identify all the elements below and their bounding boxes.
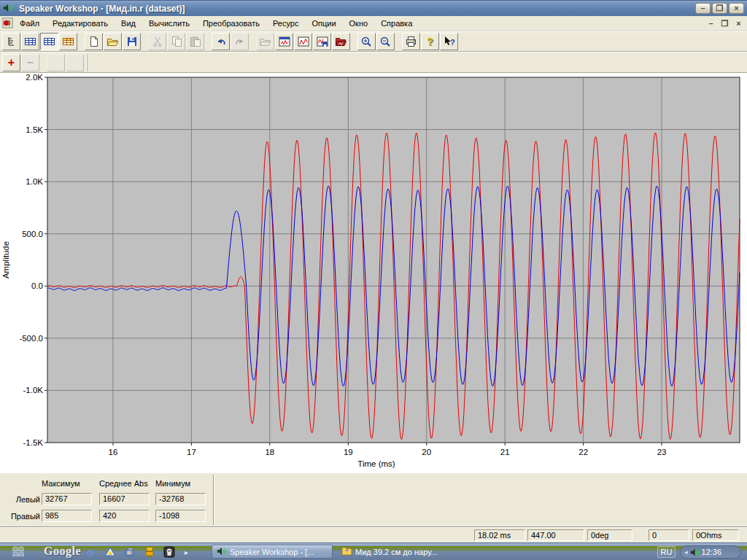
y-tick-label: 1.0K xyxy=(26,177,43,186)
status-marker: 0 xyxy=(649,529,689,541)
y-axis-title: Amplitude xyxy=(1,241,10,279)
task-label: Мид 39.2 см до нару... xyxy=(355,548,438,556)
title-bar: Speaker Workshop - [Мид.in.r (dataset)] … xyxy=(0,0,747,16)
mdi-child-icon[interactable] xyxy=(2,18,13,30)
mdi-close-button[interactable]: × xyxy=(732,18,745,28)
stats-cell-Левый-1[interactable]: 16607 xyxy=(99,493,150,505)
x-tick-label: 22 xyxy=(578,448,588,456)
status-bar: 18.02 ms447.000deg00Ohms xyxy=(0,526,747,542)
mdi-minimize-button[interactable]: – xyxy=(705,18,717,28)
menu-справка[interactable]: Справка xyxy=(374,17,419,30)
status-cursor-time: 18.02 ms xyxy=(474,529,525,541)
x-tick-label: 16 xyxy=(109,448,118,456)
stats-cell-Правый-1[interactable]: 420 xyxy=(99,510,150,522)
zoom-out-button[interactable] xyxy=(376,33,395,50)
robot-app-icon[interactable] xyxy=(144,546,155,558)
stats-cell-Левый-2[interactable]: -32768 xyxy=(155,493,206,505)
stats-panel-divider xyxy=(213,475,214,525)
restore-button[interactable]: ❐ xyxy=(712,3,727,14)
y-tick-label: -500.0 xyxy=(19,334,43,343)
waveform-plot: 2.0K1.5K1.0K500.00.0-500.0-1.0K-1.5K1617… xyxy=(0,73,747,472)
window-title: Speaker Workshop - [Мид.in.r (dataset)] xyxy=(19,4,694,14)
paste-button xyxy=(186,33,204,50)
redo-button xyxy=(231,33,249,50)
x-tick-label: 19 xyxy=(344,448,353,456)
minimize-button[interactable]: – xyxy=(695,3,711,14)
context-help-button[interactable]: ? xyxy=(440,33,458,50)
blank-2-button xyxy=(66,54,84,71)
remove-marker-button: − xyxy=(21,54,39,71)
menu-преобразовать[interactable]: Преобразовать xyxy=(196,17,266,30)
menu-файл[interactable]: Файл xyxy=(13,17,46,30)
google-deskbar[interactable]: Google xyxy=(44,545,81,558)
mdi-restore-button[interactable]: ❐ xyxy=(719,18,731,28)
close-button[interactable]: × xyxy=(729,3,744,14)
tray-expand-icon[interactable]: ◂ xyxy=(684,548,688,556)
menu-вид[interactable]: Вид xyxy=(115,17,142,30)
mdi-window-controls: – ❐ × xyxy=(703,18,745,28)
menu-ресурс[interactable]: Ресурс xyxy=(266,17,305,30)
language-indicator[interactable]: RU xyxy=(657,546,676,558)
status-phase: 0deg xyxy=(587,529,632,541)
clock[interactable]: 12:36 xyxy=(702,548,722,556)
messenger-app-icon[interactable] xyxy=(124,546,136,558)
y-tick-label: -1.5K xyxy=(23,438,44,447)
new-document-button[interactable] xyxy=(85,33,103,50)
x-tick-label: 18 xyxy=(265,448,274,456)
help-button[interactable]: ? xyxy=(421,33,439,50)
stats-header-1: Среднее Abs xyxy=(99,479,148,488)
chart-export-button[interactable] xyxy=(332,33,350,50)
delta-app-icon[interactable] xyxy=(104,546,116,558)
menu-bar: ФайлРедактироватьВидВычислитьПреобразова… xyxy=(0,16,747,31)
save-button[interactable] xyxy=(123,33,141,50)
properties-view-button[interactable] xyxy=(59,33,77,50)
stats-cell-Правый-0[interactable]: 985 xyxy=(42,510,92,522)
menu-вычислить[interactable]: Вычислить xyxy=(142,17,196,30)
task-button-0[interactable]: Speaker Workshop - [... xyxy=(212,545,333,559)
chart-save-button[interactable] xyxy=(313,33,331,50)
stats-cell-Правый-2[interactable]: -1098 xyxy=(155,510,206,522)
x-tick-label: 17 xyxy=(187,448,196,456)
stats-cell-Левый-0[interactable]: 32767 xyxy=(42,493,92,505)
toolbar-separator xyxy=(88,54,89,71)
start-button[interactable] xyxy=(12,545,26,559)
quick-launch-chevron-icon[interactable]: ▸ xyxy=(185,548,188,556)
menu-редактировать[interactable]: Редактировать xyxy=(46,17,115,30)
status-cursor-value: 447.00 xyxy=(527,529,584,541)
print-button[interactable] xyxy=(402,33,420,50)
waveform-chart[interactable]: 2.0K1.5K1.0K500.00.0-500.0-1.0K-1.5K1617… xyxy=(0,73,747,472)
volume-icon[interactable] xyxy=(690,548,700,557)
dark-app-icon[interactable] xyxy=(163,546,175,558)
stats-row-label-1: Правый xyxy=(4,512,40,521)
menu-items: ФайлРедактироватьВидВычислитьПреобразова… xyxy=(13,17,419,30)
taskbar: Googlee▸Speaker Workshop - [...Мид 39.2 … xyxy=(0,542,747,560)
x-axis-title: Time (ms) xyxy=(357,459,395,468)
system-tray: ◂12:36 xyxy=(680,545,741,559)
menu-опции[interactable]: Опции xyxy=(305,17,342,30)
datasheet-view-button[interactable] xyxy=(21,33,39,50)
speaker-workshop-window: Speaker Workshop - [Мид.in.r (dataset)] … xyxy=(0,0,747,560)
cut-button xyxy=(148,33,166,50)
stats-header-0: Максимум xyxy=(42,479,80,488)
zoom-in-button[interactable] xyxy=(357,33,376,50)
tree-view-button[interactable] xyxy=(2,33,20,50)
app-speaker-icon xyxy=(3,3,13,15)
add-marker-button[interactable]: + xyxy=(2,54,20,71)
ie-icon[interactable]: e xyxy=(85,546,96,558)
menu-окно[interactable]: Окно xyxy=(343,17,375,30)
import-button xyxy=(256,33,274,50)
open-button[interactable] xyxy=(104,33,122,50)
undo-button[interactable] xyxy=(212,33,230,50)
svg-text:?: ? xyxy=(450,38,455,47)
folder-icon xyxy=(341,546,352,557)
blank-1-button xyxy=(47,54,65,71)
status-impedance: 0Ohms xyxy=(692,529,739,541)
x-tick-label: 21 xyxy=(500,448,510,456)
main-toolbar: ?? xyxy=(0,31,747,52)
task-button-1[interactable]: Мид 39.2 см до нару... xyxy=(337,545,467,559)
chart-view-button[interactable] xyxy=(294,33,312,50)
stats-panel: МаксимумСреднее AbsМинимумЛевый327671660… xyxy=(0,472,747,526)
chart-window-button[interactable] xyxy=(275,33,293,50)
grid-view-button[interactable] xyxy=(40,33,58,50)
x-tick-label: 23 xyxy=(657,448,667,456)
